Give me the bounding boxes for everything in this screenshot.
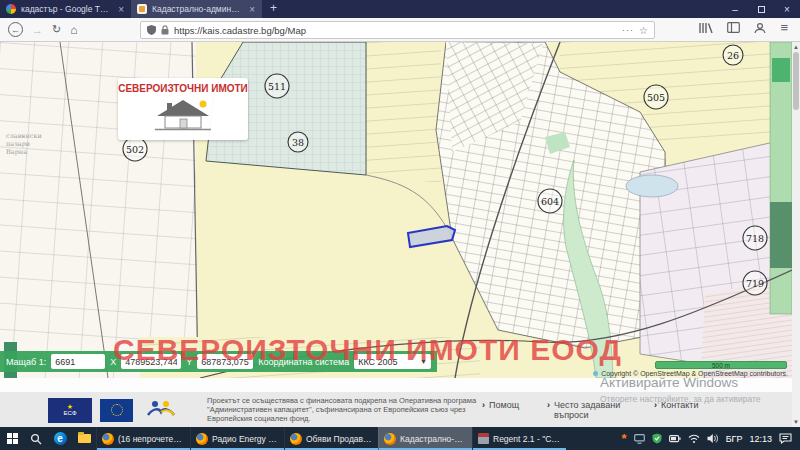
- scale-label: Мащаб 1:: [6, 357, 46, 367]
- zone-marker-604: 604: [538, 189, 562, 213]
- zone-marker-505: 505: [644, 85, 668, 109]
- file-explorer-button[interactable]: [72, 427, 96, 450]
- edge-icon: e: [54, 432, 67, 445]
- svg-text:пазари: пазари: [6, 140, 30, 148]
- speaker-icon[interactable]: [707, 433, 719, 444]
- taskbar-window-mail[interactable]: (16 непрочетени) - А...: [96, 427, 190, 450]
- tracking-protection-shield-icon[interactable]: [147, 25, 156, 35]
- svg-text:511: 511: [268, 81, 286, 92]
- toolbar-buttons: ≡: [699, 20, 788, 35]
- map-pond: [626, 175, 678, 197]
- map-region-field-strips: [366, 42, 441, 182]
- zone-marker-718: 718: [743, 226, 767, 250]
- page-actions-icon[interactable]: ···: [622, 25, 634, 35]
- tab-close-icon[interactable]: ×: [117, 4, 125, 15]
- back-button[interactable]: ←: [8, 22, 23, 37]
- osm-dot-icon: [593, 371, 598, 376]
- home-button[interactable]: ⌂: [70, 23, 77, 37]
- taskbar-window-regent[interactable]: Regent 2.1 - "СЕВЕРО...: [472, 427, 566, 450]
- url-text[interactable]: https://kais.cadastre.bg/bg/Map: [174, 25, 617, 36]
- zone-marker-511: 511: [265, 74, 289, 98]
- wifi-icon[interactable]: [688, 434, 700, 444]
- clock[interactable]: 12:13: [749, 434, 772, 444]
- taskbar-window-ads[interactable]: Обяви Продава в об...: [284, 427, 378, 450]
- folder-icon: [78, 434, 91, 443]
- page-content: славянски пазари Варна 502 511 38 604 5: [0, 42, 800, 427]
- windows-activation-notice: Активирайте Windows Отворете настройките…: [600, 375, 760, 404]
- taskbar-search-button[interactable]: [24, 427, 48, 450]
- footer-logos: ★ ЕСФ: [48, 397, 181, 423]
- eu-flag-logo: [100, 399, 133, 422]
- battery-icon[interactable]: [669, 434, 681, 443]
- svg-text:26: 26: [727, 50, 739, 61]
- agency-logo-title: СЕВЕРОИЗТОЧНИ ИМОТИ: [118, 83, 248, 94]
- regent-app-icon: [478, 433, 489, 444]
- chevron-right-icon: ›: [547, 400, 550, 420]
- address-bar[interactable]: https://kais.cadastre.bg/bg/Map ··· ☆: [140, 21, 655, 39]
- google-favicon-icon: [6, 4, 16, 14]
- svg-text:38: 38: [292, 137, 304, 148]
- firefox-icon: [102, 433, 114, 445]
- menu-icon[interactable]: ≡: [780, 20, 788, 35]
- svg-text:604: 604: [541, 196, 559, 207]
- firefox-icon: [196, 433, 208, 445]
- tray-notification-icon[interactable]: *: [622, 431, 627, 446]
- monitor-icon[interactable]: [634, 434, 645, 444]
- action-center-icon[interactable]: [779, 433, 792, 444]
- house-icon: [151, 94, 215, 134]
- scale-input[interactable]: [51, 354, 105, 369]
- scroll-down-icon[interactable]: ▼: [792, 419, 800, 425]
- minimize-button[interactable]: –: [722, 4, 748, 15]
- svg-text:719: 719: [746, 278, 764, 289]
- tab-title: кадастър - Google Търсене: [21, 4, 112, 14]
- svg-text:718: 718: [746, 233, 764, 244]
- account-icon[interactable]: [754, 22, 766, 34]
- tab-title: Кадастрално-административна: [152, 4, 243, 14]
- close-button[interactable]: ×: [774, 4, 800, 15]
- zone-marker-38: 38: [288, 132, 308, 152]
- map-scalebar: 500 m: [655, 361, 787, 369]
- map-east-green-strip: [770, 42, 792, 314]
- library-icon[interactable]: [699, 22, 713, 34]
- footer-text: Проектът се осъществява с финансовата по…: [207, 396, 476, 423]
- taskbar-window-cadastre[interactable]: Кадастрално-админ...: [378, 427, 472, 450]
- svg-text:Варна: Варна: [6, 148, 27, 156]
- esf-logo: ★ ЕСФ: [48, 398, 92, 423]
- zone-marker-719: 719: [743, 271, 767, 295]
- zone-marker-26: 26: [723, 45, 743, 65]
- tab-close-icon[interactable]: ×: [248, 4, 256, 15]
- new-tab-button[interactable]: +: [262, 0, 285, 18]
- system-tray: * БГР 12:13: [614, 427, 800, 450]
- footer-link-help[interactable]: › Помощ: [482, 400, 519, 420]
- taskbar-window-radio[interactable]: Радио Energy Онлай...: [190, 427, 284, 450]
- browser-titlebar: кадастър - Google Търсене × Кадастрално-…: [0, 0, 800, 18]
- tab-google-search[interactable]: кадастър - Google Търсене ×: [0, 0, 131, 18]
- lock-icon: [161, 25, 169, 35]
- scrollbar-thumb[interactable]: [793, 52, 799, 110]
- bookmark-star-icon[interactable]: ☆: [639, 25, 648, 36]
- map-favicon-icon: [137, 4, 147, 14]
- agency-logo: СЕВЕРОИЗТОЧНИ ИМОТИ: [118, 78, 248, 140]
- sidebar-icon[interactable]: [727, 22, 740, 33]
- windows-taskbar: e (16 непрочетени) - А... Радио Energy О…: [0, 427, 800, 450]
- search-icon: [30, 433, 42, 445]
- start-button[interactable]: [0, 427, 24, 450]
- svg-text:505: 505: [647, 92, 665, 103]
- tab-cadastre-map[interactable]: Кадастрално-административна ×: [131, 0, 262, 18]
- firefox-icon: [384, 433, 396, 445]
- reload-button[interactable]: ↻: [52, 23, 61, 36]
- window-controls: – ×: [722, 0, 800, 18]
- firefox-icon: [290, 433, 302, 445]
- svg-text:502: 502: [126, 144, 144, 155]
- chevron-right-icon: ›: [482, 400, 485, 420]
- forward-button[interactable]: →: [32, 24, 43, 36]
- opak-logo: [141, 397, 181, 423]
- page-scrollbar[interactable]: ▲ ▼: [792, 42, 800, 427]
- windows-logo-icon: [7, 433, 18, 444]
- security-shield-icon[interactable]: [652, 433, 662, 444]
- map-area-label: славянски: [6, 132, 42, 140]
- scroll-up-icon[interactable]: ▲: [792, 44, 800, 50]
- edge-taskbar-button[interactable]: e: [48, 427, 72, 450]
- keyboard-language[interactable]: БГР: [726, 434, 743, 444]
- maximize-button[interactable]: [748, 4, 774, 15]
